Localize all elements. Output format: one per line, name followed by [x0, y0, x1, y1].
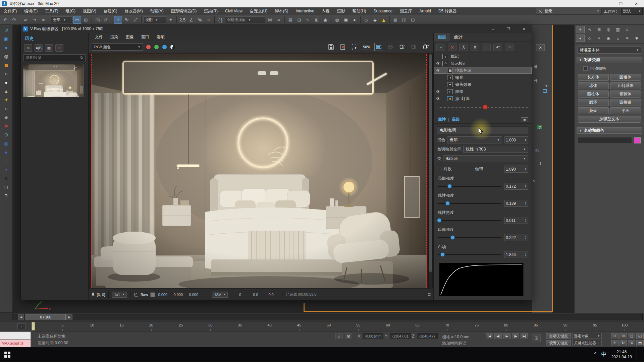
menu-10[interactable]: Civil View — [221, 7, 246, 15]
tab-properties[interactable]: 属性 — [438, 117, 446, 122]
layer-row-2[interactable]: ▦电影色调 — [434, 67, 532, 74]
slider-knob-1[interactable] — [445, 201, 450, 205]
strip-spray-icon[interactable]: ✖ — [2, 122, 11, 130]
menu-2[interactable]: 工具(T) — [41, 7, 62, 15]
cat-spacewarps-icon[interactable]: ≋ — [623, 35, 632, 42]
panel-options-button[interactable]: ▣ — [521, 117, 528, 122]
layer-name-field[interactable]: 电影色调 — [437, 126, 528, 134]
strip-flask-icon[interactable]: ⊙ — [2, 131, 11, 138]
rendered-image[interactable] — [91, 54, 427, 288]
strip-box-icon[interactable]: ◼ — [2, 61, 11, 69]
cat-shapes-icon[interactable]: ◇ — [585, 35, 594, 42]
timeline-track[interactable] — [12, 314, 643, 320]
isolate-select-icon[interactable] — [386, 43, 395, 51]
menu-19[interactable]: Arnold — [416, 7, 435, 15]
history-save-icon[interactable]: ⊕ — [24, 44, 32, 52]
primitive-button-4[interactable]: 圆柱体 — [578, 90, 609, 98]
green-channel-icon[interactable] — [154, 45, 159, 50]
slider-knob-4[interactable] — [440, 252, 445, 257]
cat-geometry-icon[interactable]: ● — [576, 35, 585, 42]
vfb-menu-1[interactable]: 渲染 — [107, 34, 121, 40]
autogrid-checkbox-row[interactable]: 自动栅格 — [583, 66, 644, 71]
menu-9[interactable]: 渲染(R) — [200, 7, 221, 15]
delete-layer-icon[interactable]: ✕ — [448, 44, 457, 51]
viewport-nav-icon-0[interactable]: ⊙ — [611, 333, 619, 339]
primitive-button-3[interactable]: 几何球体 — [610, 82, 641, 89]
history-delete-icon[interactable]: ✕ — [55, 44, 63, 52]
render-icon[interactable] — [421, 43, 430, 51]
viewport-nav-icon-5[interactable]: ↻ — [620, 340, 627, 346]
slider-track-4[interactable] — [438, 254, 501, 255]
strip-sphere-icon[interactable]: ● — [2, 44, 11, 51]
cat-systems-icon[interactable]: ✱ — [632, 35, 641, 42]
named-selection-set-field[interactable]: 创建选择集▼ — [225, 16, 265, 23]
maxscript-listener[interactable]: MAXScript 迷 — [0, 339, 31, 347]
rect-region-icon[interactable]: ◳ — [94, 16, 102, 24]
monochrome-icon[interactable] — [170, 45, 175, 50]
strip-drop-icon[interactable]: ● — [2, 148, 11, 156]
layer-list-icon[interactable]: ≔ — [482, 44, 491, 51]
playback-button-4[interactable]: ▶| — [521, 333, 528, 339]
primitive-button-5[interactable]: 管状体 — [610, 90, 641, 98]
auto-key-button[interactable]: 自动关键点 — [546, 333, 571, 339]
layer-visibility-icon[interactable] — [434, 97, 442, 100]
pivot-icon[interactable]: ⌖ — [167, 16, 175, 24]
primitive-button-1[interactable]: 圆锥体 — [610, 74, 641, 81]
undo-layer-icon[interactable]: ↶ — [493, 44, 502, 51]
strip-wire-icon[interactable]: ◍ — [2, 52, 11, 60]
z-coordinate-field[interactable]: -1840.477 — [417, 333, 438, 339]
dialog-close-button[interactable]: ✕ — [536, 44, 545, 51]
tab-hierarchy-icon[interactable]: ⊞ — [595, 26, 603, 33]
add-time-tag[interactable]: 添加时间标记 — [442, 341, 466, 346]
history-set-icon[interactable]: ▦ — [45, 44, 53, 52]
menu-18[interactable]: 溜云库 — [396, 7, 416, 15]
prev-frame-nub[interactable]: ◀ — [18, 314, 24, 320]
isolate-toggle-icon[interactable]: ⌂ — [335, 333, 343, 339]
warning-icon[interactable]: ▲ — [380, 16, 388, 24]
menu-13[interactable]: Interactive — [292, 7, 318, 15]
extra1-icon[interactable]: ▥ — [391, 16, 399, 24]
tab-motion-icon[interactable]: ◎ — [604, 26, 613, 33]
next-frame-nub[interactable]: ▶ — [66, 314, 72, 320]
render-region-icon[interactable] — [410, 43, 418, 51]
viewport-nav-icon-7[interactable]: ⬒ — [636, 340, 644, 346]
slider-spinner-1[interactable]: 0.139▲▼ — [504, 200, 528, 207]
close-button[interactable]: ✕ — [629, 0, 644, 7]
vfb-titlebar[interactable]: V V-Ray 帧缓存区 - [100.0% of 1000 x 750] ─ … — [21, 25, 532, 33]
tab-utilities-icon[interactable]: ⌂ — [623, 26, 632, 33]
menu-4[interactable]: 视图(V) — [79, 7, 100, 15]
channel-dropdown[interactable]: RGB 颜色▼ — [92, 43, 143, 51]
strip-shell-icon[interactable]: ○ — [2, 105, 11, 112]
start-button[interactable] — [0, 347, 15, 362]
mini-trackbar-icon[interactable]: ⌗ — [17, 323, 25, 329]
menu-12[interactable]: 脚本(S) — [271, 7, 292, 15]
taskbar-chevron-icon[interactable]: ^ — [594, 352, 597, 358]
strip-dark-icon[interactable]: ■ — [2, 174, 11, 182]
playback-button-2[interactable]: ▶ — [503, 333, 511, 339]
viewport-nav-icon-3[interactable]: ◱ — [636, 333, 644, 339]
layer-opacity-slider[interactable] — [438, 107, 528, 113]
zoom-level-badge[interactable]: 50% — [362, 44, 371, 50]
strip-help-icon[interactable]: ? — [2, 192, 11, 199]
x-coordinate-field[interactable]: -0.001mm — [363, 333, 383, 339]
percent-snap-icon[interactable]: % — [196, 16, 204, 24]
notification-button[interactable] — [637, 347, 642, 362]
selection-lock-icon[interactable]: ⊠ — [345, 333, 352, 339]
menu-6[interactable]: 修改器(M) — [121, 7, 147, 15]
taskbar-clock[interactable]: 21:46 2021-04-19 — [611, 350, 632, 360]
extra2-icon[interactable]: ◫ — [400, 16, 408, 24]
material-editor-icon[interactable]: ◉ — [321, 16, 329, 24]
menu-7[interactable]: 动画(A) — [147, 7, 167, 15]
spinner-snap-icon[interactable]: ⌗ — [205, 16, 213, 24]
undo-icon[interactable]: ↶ — [1, 16, 9, 24]
cat-lights-icon[interactable]: ☀ — [595, 35, 603, 42]
reference-coordinate-dropdown[interactable]: 视图▼ — [143, 16, 166, 23]
schematic-view-icon[interactable]: ⊞ — [313, 16, 321, 24]
tab-display-icon[interactable]: ▥ — [613, 26, 622, 33]
primitive-category-dropdown[interactable]: 标准基本体▼ — [577, 46, 641, 54]
object-name-field[interactable] — [578, 137, 632, 144]
scale-icon[interactable]: ⤢ — [131, 16, 140, 24]
pin-icon[interactable] — [91, 292, 95, 297]
extra3-icon[interactable]: ⊡ — [409, 16, 417, 24]
menu-17[interactable]: Substance — [370, 7, 396, 15]
